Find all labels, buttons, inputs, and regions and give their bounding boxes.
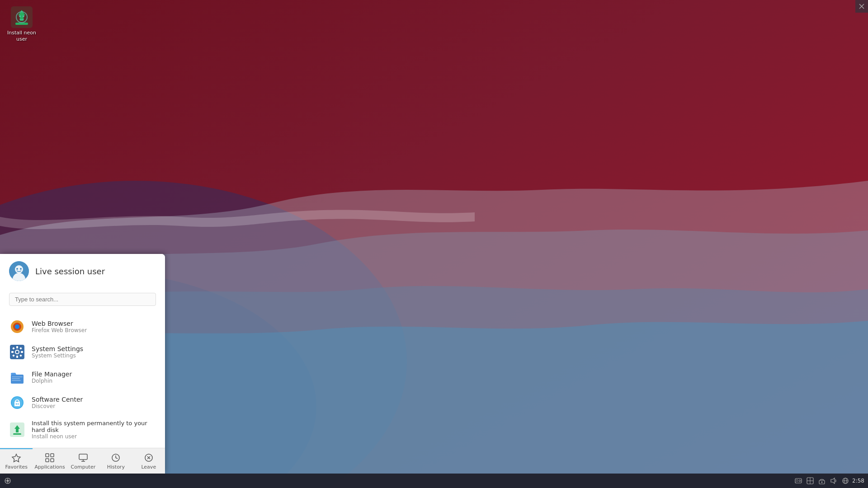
menu-item-install-neon[interactable]: Install this system permanently to your … <box>0 415 165 444</box>
system-tray <box>794 477 849 485</box>
volume-tray-icon <box>830 477 837 484</box>
svg-rect-25 <box>11 351 14 353</box>
menu-item-system-settings[interactable]: System Settings System Settings <box>0 339 165 365</box>
computer-label: Computer <box>71 464 96 470</box>
install-neon-menu-icon <box>9 422 25 438</box>
nav-tab-history[interactable]: History <box>99 448 132 474</box>
applications-label: Applications <box>34 464 65 470</box>
svg-rect-42 <box>46 454 49 457</box>
favorites-label: Favorites <box>5 464 28 470</box>
activities-icon <box>4 477 11 484</box>
svg-rect-23 <box>16 346 18 348</box>
svg-point-16 <box>20 268 22 270</box>
globe-tray-icon <box>842 477 849 484</box>
svg-point-54 <box>7 480 9 482</box>
file-manager-icon <box>9 369 25 385</box>
lock-icon[interactable] <box>818 477 826 485</box>
software-center-text: Software Center Discover <box>32 396 83 409</box>
corner-button[interactable] <box>855 0 868 13</box>
svg-rect-33 <box>12 378 20 379</box>
disk-icon[interactable] <box>794 477 802 485</box>
svg-rect-26 <box>21 351 23 353</box>
menu-item-software-center[interactable]: Software Center Discover <box>0 390 165 415</box>
system-settings-icon <box>9 344 25 360</box>
svg-marker-68 <box>831 478 835 483</box>
svg-rect-24 <box>16 356 18 358</box>
software-center-icon <box>9 394 25 411</box>
svg-rect-41 <box>13 433 21 435</box>
svg-point-7 <box>19 15 21 17</box>
taskbar: 2:58 <box>0 474 868 488</box>
leave-icon <box>144 453 154 463</box>
disk-tray-icon <box>795 477 802 484</box>
network-icon[interactable] <box>806 477 814 485</box>
taskbar-clock: 2:58 <box>852 478 864 484</box>
svg-point-8 <box>23 15 24 17</box>
menu-item-web-browser[interactable]: Web Browser Firefox Web Browser <box>0 314 165 339</box>
svg-rect-44 <box>46 459 49 462</box>
web-browser-text: Web Browser Firefox Web Browser <box>32 320 87 333</box>
globe-icon[interactable] <box>841 477 849 485</box>
history-label: History <box>107 464 125 470</box>
user-avatar <box>9 261 29 281</box>
svg-point-15 <box>16 268 18 270</box>
nav-tab-computer[interactable]: Computer <box>67 448 99 474</box>
applications-icon <box>45 453 55 463</box>
menu-item-file-manager[interactable]: File Manager Dolphin <box>0 365 165 390</box>
svg-point-13 <box>15 265 23 273</box>
search-box <box>0 288 165 310</box>
favorites-icon <box>11 453 21 463</box>
leave-label: Leave <box>141 464 156 470</box>
corner-icon <box>859 3 865 9</box>
svg-point-67 <box>821 482 823 483</box>
install-neon-text: Install this system permanently to your … <box>32 420 156 440</box>
menu-header: Live session user <box>0 254 165 288</box>
volume-icon[interactable] <box>830 477 838 485</box>
taskbar-right: 2:58 <box>794 477 864 485</box>
svg-rect-45 <box>51 459 54 462</box>
desktop-icon-label: Install neon user <box>7 30 36 43</box>
search-input[interactable] <box>9 293 156 306</box>
menu-items-list: Web Browser Firefox Web Browser <box>0 310 165 448</box>
install-neon-icon <box>11 6 33 28</box>
svg-rect-34 <box>12 380 21 381</box>
nav-tab-applications[interactable]: Applications <box>33 448 66 474</box>
nav-tab-favorites[interactable]: Favorites <box>0 448 33 474</box>
lock-tray-icon <box>819 477 825 484</box>
activities-button[interactable] <box>4 477 12 485</box>
file-manager-text: File Manager Dolphin <box>32 371 72 384</box>
system-settings-text: System Settings System Settings <box>32 345 83 359</box>
user-name: Live session user <box>35 267 105 276</box>
svg-rect-46 <box>79 454 87 460</box>
history-icon <box>111 453 121 463</box>
computer-icon <box>78 453 88 463</box>
menu-nav: Favorites Applications <box>0 448 165 474</box>
svg-point-22 <box>16 351 19 353</box>
application-menu: Live session user Web Browser Firefox We… <box>0 254 165 474</box>
network-tray-icon <box>807 477 814 484</box>
firefox-icon <box>9 319 25 335</box>
desktop-icon-install-neon[interactable]: Install neon user <box>4 4 40 46</box>
nav-tab-leave[interactable]: Leave <box>132 448 165 474</box>
svg-point-19 <box>15 324 19 329</box>
svg-rect-32 <box>12 376 23 377</box>
svg-point-60 <box>799 480 801 482</box>
taskbar-left <box>4 477 12 485</box>
svg-rect-43 <box>51 454 54 457</box>
